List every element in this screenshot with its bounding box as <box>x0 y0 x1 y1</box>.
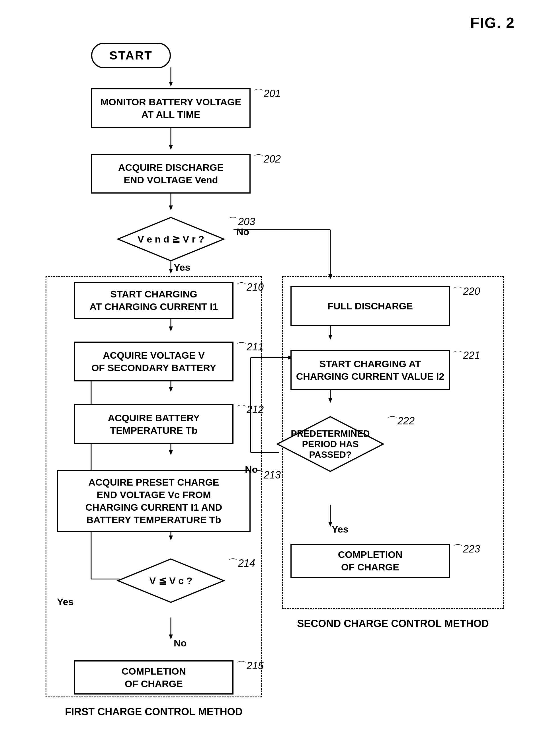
first-method-label: FIRST CHARGE CONTROL METHOD <box>57 706 250 718</box>
step-212-label: ACQUIRE BATTERYTEMPERATURE Tb <box>108 412 200 437</box>
page: FIG. 2 <box>0 0 549 756</box>
step-223: COMPLETIONOF CHARGE <box>291 544 450 578</box>
label-203-no: No <box>236 226 249 237</box>
step-211-label: ACQUIRE VOLTAGE VOF SECONDARY BATTERY <box>91 349 216 374</box>
step-215: COMPLETIONOF CHARGE <box>74 660 233 695</box>
step-221-label: START CHARGING ATCHARGING CURRENT VALUE … <box>296 358 445 383</box>
step-220-label: FULL DISCHARGE <box>328 300 413 312</box>
step-214-label: V ≦ V c ? <box>149 575 192 586</box>
flowchart: START MONITOR BATTERY VOLTAGEAT ALL TIME… <box>28 40 521 728</box>
stepnum-202: ⌒202 <box>253 152 281 166</box>
step-222-label: PREDETERMINEDPERIOD HASPASSED? <box>291 428 370 460</box>
step-221: START CHARGING ATCHARGING CURRENT VALUE … <box>291 350 450 390</box>
svg-marker-3 <box>169 145 173 150</box>
start-label: START <box>109 49 153 62</box>
stepnum-223: ⌒223 <box>453 542 480 556</box>
start-node: START <box>91 43 171 68</box>
step-211: ACQUIRE VOLTAGE VOF SECONDARY BATTERY <box>74 342 233 381</box>
step-220: FULL DISCHARGE <box>291 286 450 326</box>
svg-marker-1 <box>169 82 173 87</box>
step-201-label: MONITOR BATTERY VOLTAGEAT ALL TIME <box>100 96 241 121</box>
stepnum-201: ⌒201 <box>253 87 281 101</box>
stepnum-210: ⌒210 <box>236 280 264 294</box>
step-203-label: V e n d ≧ V r ? <box>137 233 204 245</box>
stepnum-211: ⌒211 <box>236 340 264 354</box>
step-214: V ≦ V c ? <box>117 558 225 603</box>
stepnum-212: ⌒212 <box>236 403 264 417</box>
second-method-label: SECOND CHARGE CONTROL METHOD <box>282 618 504 630</box>
label-214-no: No <box>174 638 186 649</box>
step-215-label: COMPLETIONOF CHARGE <box>122 665 186 690</box>
label-222-yes: Yes <box>332 524 349 535</box>
step-223-label: COMPLETIONOF CHARGE <box>338 548 403 573</box>
step-201: MONITOR BATTERY VOLTAGEAT ALL TIME <box>91 88 250 128</box>
step-213-label: ACQUIRE PRESET CHARGEEND VOLTAGE Vc FROM… <box>85 476 222 526</box>
step-202-label: ACQUIRE DISCHARGEEND VOLTAGE Vend <box>118 161 223 186</box>
step-210-label: START CHARGINGAT CHARGING CURRENT I1 <box>90 288 218 313</box>
svg-marker-7 <box>169 269 173 274</box>
stepnum-222: ⌒222 <box>387 414 415 428</box>
label-214-yes: Yes <box>57 596 74 607</box>
label-203-yes: Yes <box>174 262 190 273</box>
figure-label: FIG. 2 <box>470 14 515 31</box>
stepnum-221: ⌒221 <box>453 349 480 363</box>
step-210: START CHARGINGAT CHARGING CURRENT I1 <box>74 282 233 319</box>
step-203: V e n d ≧ V r ? <box>117 216 225 262</box>
step-212: ACQUIRE BATTERYTEMPERATURE Tb <box>74 404 233 444</box>
label-222-no: No <box>245 464 258 475</box>
stepnum-214: ⌒214 <box>228 556 255 570</box>
svg-marker-5 <box>169 206 173 210</box>
step-222: PREDETERMINEDPERIOD HASPASSED? <box>276 416 385 473</box>
step-213: ACQUIRE PRESET CHARGEEND VOLTAGE Vc FROM… <box>57 470 250 532</box>
stepnum-220: ⌒220 <box>453 285 480 299</box>
step-202: ACQUIRE DISCHARGEEND VOLTAGE Vend <box>91 154 250 194</box>
stepnum-215: ⌒215 <box>236 659 264 673</box>
